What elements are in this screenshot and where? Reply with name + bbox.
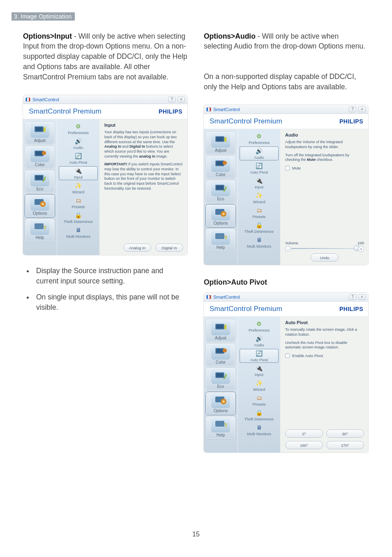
tab-help[interactable]: ?Help: [206, 416, 235, 439]
tab-options[interactable]: Options: [206, 392, 235, 415]
sub-multi[interactable]: 🖥Multi Monitors: [59, 225, 98, 239]
sub-preferences[interactable]: ⚙Preferences: [240, 132, 279, 146]
brand-name: PHILIPS: [339, 306, 363, 312]
sub-input[interactable]: 🔌Input: [240, 176, 279, 190]
tab-help[interactable]: ?Help: [206, 229, 235, 251]
brand-row: SmartControl Premium PHILIPS: [23, 104, 187, 119]
analog-in-button[interactable]: Analog In: [123, 244, 151, 252]
sub-audio[interactable]: 🔊Audio: [240, 146, 279, 160]
rotate-180-button[interactable]: 180°: [285, 441, 323, 449]
tab-eco[interactable]: Eco: [206, 368, 235, 390]
sub-audio[interactable]: 🔊Audio: [59, 137, 98, 151]
sub-wizard-label: Wizard: [60, 190, 97, 194]
monitor-icon: [30, 123, 49, 138]
svg-rect-27: [216, 349, 224, 353]
pane-pivot: Auto Pivot To manually rotate the screen…: [280, 317, 368, 453]
rotate-0-button[interactable]: 0°: [285, 429, 323, 438]
monitors-icon: 🖥: [75, 226, 82, 234]
page-number: 15: [0, 531, 392, 538]
sub-auto-pivot-label: Auto Pivot: [240, 357, 278, 362]
plug-icon: 🔌: [75, 167, 82, 174]
tab-eco[interactable]: Eco: [25, 170, 55, 193]
tab-options-label: Options: [207, 408, 235, 413]
gear-icon: [30, 196, 49, 211]
plus-icon[interactable]: +: [358, 246, 364, 252]
monitors-icon: 🖥: [256, 236, 263, 244]
tab-adjust[interactable]: Adjust: [25, 122, 55, 144]
minus-icon[interactable]: –: [285, 246, 291, 252]
list-item: Display the Source instruction pane and …: [34, 266, 187, 286]
help-icon[interactable]: ?: [349, 107, 356, 112]
tab-color[interactable]: Color: [25, 146, 55, 169]
sub-audio[interactable]: 🔊Audio: [240, 334, 279, 348]
sub-preferences[interactable]: ⚙Preferences: [59, 122, 98, 136]
tab-color[interactable]: Color: [206, 343, 235, 366]
sub-wizard[interactable]: ✨Wizard: [240, 191, 279, 205]
pane-input: Input Your display has two inputs (conne…: [99, 119, 187, 255]
sub-input-label: Input: [60, 175, 97, 179]
svg-point-16: [223, 161, 227, 165]
sub-input[interactable]: 🔌Input: [59, 166, 98, 180]
undo-button[interactable]: Undo: [311, 253, 339, 262]
sub-theft[interactable]: 🔒Theft Deterrence: [59, 211, 98, 225]
rotate-270-button[interactable]: 270°: [326, 441, 364, 449]
sub-wizard[interactable]: ✨Wizard: [59, 181, 98, 195]
question-icon: ?: [211, 230, 230, 245]
svg-rect-25: [216, 325, 224, 329]
pane-pivot-para2: Uncheck the Auto Pivot box to disable au…: [285, 341, 364, 350]
tab-help-label: Help: [26, 235, 54, 240]
tab-adjust[interactable]: Adjust: [206, 132, 235, 154]
volume-slider[interactable]: – +: [285, 247, 364, 250]
sub-theft[interactable]: 🔒Theft Deterrence: [240, 408, 279, 422]
sub-auto-pivot[interactable]: 🔄Auto Pivot: [59, 151, 98, 165]
sub-preferences[interactable]: ⚙Preferences: [240, 319, 279, 333]
sub-auto-pivot[interactable]: 🔄Auto Pivot: [240, 349, 279, 363]
tab-color[interactable]: Color: [206, 156, 235, 179]
sub-presets[interactable]: 🗂Presets: [240, 206, 279, 220]
bullet-list: Display the Source instruction pane and …: [23, 264, 187, 318]
tab-color-label: Color: [207, 172, 235, 177]
digital-in-button[interactable]: Digital In: [155, 244, 183, 252]
svg-rect-18: [216, 186, 224, 190]
sub-wizard[interactable]: ✨Wizard: [240, 378, 279, 392]
tab-adjust-label: Adjust: [207, 335, 235, 341]
tab-help[interactable]: ? Help: [25, 219, 55, 241]
enable-row: Enable Auto Pivot: [285, 353, 364, 358]
titlebar-label: SmartControl: [32, 97, 59, 102]
close-icon[interactable]: ×: [358, 294, 366, 300]
tab-options[interactable]: Options: [25, 195, 55, 217]
monitor-icon: [211, 181, 230, 196]
sub-auto-pivot-label: Auto Pivot: [60, 160, 97, 165]
rotate-90-button[interactable]: 90°: [326, 429, 364, 438]
close-icon[interactable]: ×: [178, 97, 185, 102]
monitors-icon: 🖥: [256, 424, 263, 431]
help-icon[interactable]: ?: [349, 294, 356, 300]
tab-eco[interactable]: Eco: [206, 180, 235, 203]
lock-icon: 🔒: [75, 211, 82, 219]
options-input-lead: Options>Input: [23, 32, 72, 40]
app-window-audio: SmartControl ? × SmartControl Premium PH…: [204, 105, 368, 265]
sub-presets[interactable]: 🗂Presets: [240, 393, 279, 407]
mute-checkbox[interactable]: [285, 166, 290, 170]
sub-auto-pivot[interactable]: 🔄Auto Pivot: [240, 161, 279, 175]
sub-multi[interactable]: 🖥Multi Monitors: [240, 423, 279, 437]
sub-presets[interactable]: 🗂Presets: [59, 196, 98, 210]
help-icon[interactable]: ?: [168, 97, 175, 102]
lock-icon: 🔒: [256, 221, 263, 229]
svg-rect-13: [216, 137, 224, 141]
tab-adjust[interactable]: Adjust: [206, 319, 235, 342]
sub-audio-label: Audio: [240, 343, 278, 347]
product-name: SmartControl Premium: [29, 107, 101, 116]
sub-multi[interactable]: 🖥Multi Monitors: [240, 235, 279, 249]
rotate-icon: 🔄: [75, 152, 82, 160]
monitor-icon: [211, 157, 230, 172]
sub-input[interactable]: 🔌Input: [240, 364, 279, 378]
sub-theft[interactable]: 🔒Theft Deterrence: [240, 220, 279, 234]
svg-rect-3: [35, 151, 43, 155]
plug-icon: 🔌: [256, 177, 263, 184]
close-icon[interactable]: ×: [358, 107, 366, 112]
enable-auto-pivot-label: Enable Auto Pivot: [292, 353, 323, 358]
monitor-icon: [211, 369, 230, 384]
enable-auto-pivot-checkbox[interactable]: [285, 353, 290, 358]
tab-options[interactable]: Options: [206, 204, 235, 227]
